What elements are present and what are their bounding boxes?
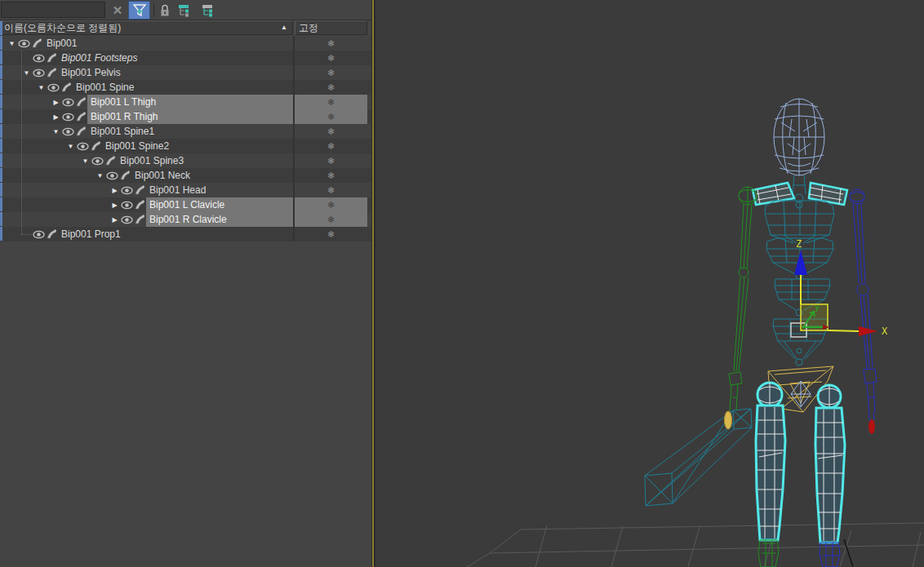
row-label: Bip001 [47,38,77,49]
row-label: Bip001 Footsteps [61,52,137,64]
biped-left-foot-wireframe[interactable] [758,540,779,567]
row-label: Bip001 Spine [76,82,134,93]
visibility-eye-icon[interactable] [32,54,45,63]
tree-row[interactable]: ▶ Bip001 R Thigh ❄ [0,109,371,124]
biped-right-clavicle-selected[interactable] [809,183,847,205]
expand-arrow-icon[interactable]: ▶ [51,113,61,121]
biped-neck-wireframe[interactable] [793,175,806,208]
edge-highlight-segment [0,168,2,182]
gizmo-x-shaft[interactable] [828,330,859,331]
expand-arrow-icon[interactable]: ▼ [7,40,17,47]
row-label-wrap: Bip001 Pelvis [58,65,293,80]
frozen-cell[interactable]: ❄ [295,197,367,212]
indent-spacer [0,80,36,95]
indent-spacer [0,139,65,153]
tree-row[interactable]: ▼ Bip001 Spine1 ❄ [0,124,371,139]
tree-row[interactable]: ▶ Bip001 Head ❄ [0,183,371,197]
biped-left-hand-finger[interactable] [725,411,732,429]
tree-row[interactable]: ▼ Bip001 Spine3 ❄ [0,153,371,168]
column-header-name[interactable]: 이름(오름차순으로 정렬됨) ▲ [0,20,293,35]
frozen-cell[interactable]: ❄ [295,227,367,241]
gizmo-y-label: y [815,303,820,312]
expand-arrow-icon[interactable]: ▶ [109,216,120,224]
visibility-eye-icon[interactable] [120,215,133,224]
biped-right-thigh-selected[interactable] [815,385,845,543]
visibility-eye-icon[interactable] [47,83,60,92]
row-name-cell: ▶ Bip001 Head [0,183,293,197]
bone-object-icon [133,199,146,210]
bone-object-icon [133,184,146,196]
frozen-cell[interactable]: ❄ [295,65,367,80]
expand-arrow-icon[interactable]: ▼ [51,128,61,135]
frozen-cell[interactable]: ❄ [295,139,367,153]
row-label-wrap: Bip001 [43,36,293,51]
tree-row[interactable]: ▶ Bip001 R Clavicle ❄ [0,212,371,227]
clear-search-button[interactable]: ✕ [108,1,127,20]
tree-row[interactable]: ▶ Bip001 L Thigh ❄ [0,95,371,109]
row-label-wrap: Bip001 L Thigh [87,95,293,109]
expand-arrow-icon[interactable]: ▶ [109,202,120,209]
biped-right-foot-wireframe[interactable] [820,543,840,567]
biped-right-hand-fingertip[interactable] [868,419,875,434]
prop-box-wireframe[interactable] [645,409,752,506]
tree-row[interactable]: ▶ Bip001 L Clavicle ❄ [0,197,371,212]
frozen-cell[interactable]: ❄ [295,51,367,65]
row-label-wrap: Bip001 Neck [131,168,293,183]
frozen-cell[interactable]: ❄ [295,36,367,51]
frozen-cell[interactable]: ❄ [295,153,367,168]
tree-row[interactable]: Bip001 Footsteps ❄ [0,51,371,65]
frozen-cell[interactable]: ❄ [295,109,367,124]
search-input[interactable] [1,2,105,18]
edge-highlight-segment [0,124,2,138]
biped-right-arm-wireframe[interactable] [850,189,877,422]
expand-arrow-icon[interactable]: ▼ [65,143,76,150]
indent-spacer [0,51,21,65]
biped-spine-wireframe[interactable] [765,201,834,365]
collapse-children-button[interactable] [199,1,220,20]
expand-arrow-icon[interactable]: ▶ [109,187,120,194]
biped-left-thigh-selected[interactable] [756,383,785,540]
biped-head-wireframe[interactable] [774,99,824,175]
gizmo-x-arrowhead[interactable] [859,326,877,336]
visibility-eye-icon[interactable] [17,39,30,48]
expand-arrow-icon[interactable]: ▼ [21,69,32,77]
lock-icon [159,4,171,17]
visibility-eye-icon[interactable] [91,157,104,166]
visibility-eye-icon[interactable] [61,98,74,107]
visibility-eye-icon[interactable] [61,113,74,122]
expand-arrow-icon[interactable]: ▼ [80,157,91,165]
tree-row[interactable]: ▼ Bip001 Neck ❄ [0,168,371,183]
frozen-cell[interactable]: ❄ [295,80,367,95]
visibility-eye-icon[interactable] [105,171,118,180]
expand-arrow-icon[interactable]: ▼ [95,172,105,179]
filter-button[interactable] [128,1,150,20]
row-name-cell: ▶ Bip001 L Clavicle [0,197,293,212]
frozen-cell[interactable]: ❄ [295,168,367,183]
viewport-canvas[interactable]: Z y X [375,0,924,567]
tree-row[interactable]: ▼ Bip001 Pelvis ❄ [0,65,371,80]
indent-spacer [0,183,109,197]
gizmo-x-label: X [882,326,888,337]
frozen-cell[interactable]: ❄ [295,95,367,109]
frozen-cell[interactable]: ❄ [295,124,367,139]
column-header-frozen[interactable]: 고정 [295,20,367,35]
tree-row[interactable]: ▼ Bip001 Spine ❄ [0,80,371,95]
visibility-eye-icon[interactable] [32,230,45,239]
frozen-cell[interactable]: ❄ [295,212,367,227]
tree-row[interactable]: ▼ Bip001 Spine2 ❄ [0,139,371,153]
expand-arrow-icon[interactable]: ▼ [36,84,47,91]
visibility-eye-icon[interactable] [76,142,89,151]
frozen-cell[interactable]: ❄ [295,183,367,197]
visibility-eye-icon[interactable] [61,127,74,136]
visibility-eye-icon[interactable] [32,69,45,78]
visibility-eye-icon[interactable] [120,201,133,210]
expand-children-button[interactable] [175,1,197,20]
transform-gizmo[interactable]: Z y X [791,238,888,337]
visibility-eye-icon[interactable] [120,186,133,195]
tree-row[interactable]: Bip001 Prop1 ❄ [0,227,371,241]
expand-arrow-icon[interactable]: ▶ [51,99,61,106]
lock-button[interactable] [156,1,174,20]
tree-row[interactable]: ▼ Bip001 ❄ [0,36,371,51]
snowflake-icon: ❄ [327,212,335,227]
biped-left-arm-wireframe[interactable] [729,187,757,411]
